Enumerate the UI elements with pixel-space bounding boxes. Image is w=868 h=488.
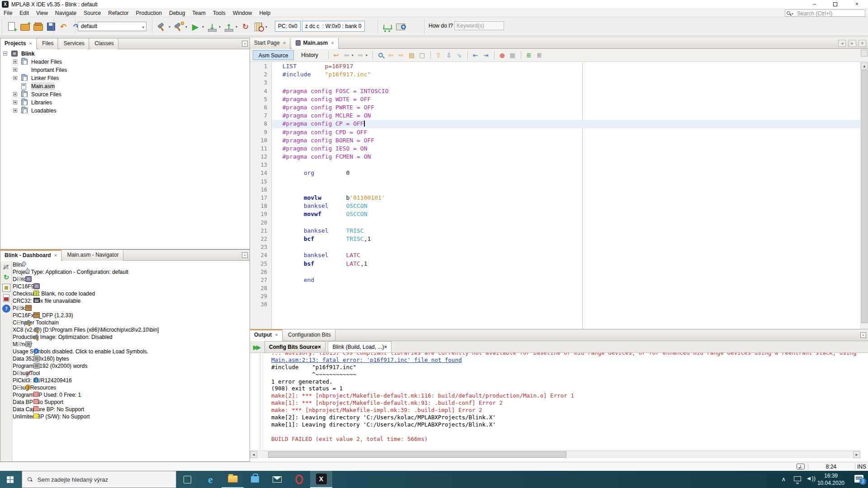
last-edit-icon[interactable]: ↩ [331,50,341,60]
scroll-right-icon[interactable]: ► [853,451,860,458]
tree-item[interactable]: Important Files [0,66,250,74]
tab-list-icon[interactable]: ▼ [859,40,866,47]
expand-icon[interactable] [13,76,17,80]
collapse-icon[interactable] [17,320,21,324]
tab-classes[interactable]: Classes [90,38,118,49]
maximize-button[interactable] [825,0,845,9]
find-icon[interactable] [376,50,386,60]
dashboard-item[interactable]: Debug Resources [13,384,250,391]
menu-edit[interactable]: Edit [16,9,33,17]
tree-item[interactable]: Blink [0,50,250,58]
ide-window-icon[interactable] [2,284,10,292]
dashboard-item[interactable]: Debug Tool [13,370,250,377]
read-device-icon[interactable]: ↑ [223,21,235,33]
project-properties-icon[interactable] [2,263,10,271]
menu-team[interactable]: Team [189,9,209,17]
menu-help[interactable]: Help [255,9,274,17]
shift-right-icon[interactable]: ⇥ [481,50,491,60]
tree-item[interactable]: Source Files [0,90,250,99]
dashboard-item[interactable]: XC8 (v2.10) [D:\Program Files (x86)\Micr… [13,326,250,333]
menu-navigate[interactable]: Navigate [52,9,80,17]
volume-icon[interactable]: ◄)) [806,475,816,482]
menu-refactor[interactable]: Refactor [104,9,132,17]
close-icon[interactable]: × [54,253,57,258]
scroll-up-icon[interactable]: ▲ [861,62,868,70]
refresh-status-icon[interactable]: ↻ [2,273,10,282]
run-project-icon[interactable]: ▶ [189,21,201,33]
close-button[interactable]: × [847,0,867,9]
close-icon[interactable]: × [29,41,32,46]
menu-view[interactable]: View [33,9,52,17]
tray-chevron-up-icon[interactable]: ∧ [781,476,786,483]
collapse-icon[interactable] [17,371,21,375]
tab-build-output[interactable]: Blink (Build, Load, ...)× [328,341,392,352]
tab-start-page[interactable]: Start Page× [250,38,290,49]
close-icon[interactable]: × [283,40,286,46]
expand-icon[interactable] [13,60,17,64]
dashboard-item[interactable]: Production Image: Optimization: Disabled [13,333,250,341]
quick-search-input[interactable]: ▾ Search (Ctrl+I) [785,9,865,17]
output-horizontal-scrollbar[interactable]: ◄ ► [250,450,860,458]
chevron-down-icon[interactable]: ▾ [219,25,221,29]
open-project-icon[interactable] [32,21,44,33]
expand-icon[interactable] [13,92,17,96]
program-device-icon[interactable]: ↓ [206,21,218,33]
chevron-down-icon[interactable]: ▾ [185,25,187,29]
chevron-down-icon[interactable]: ▾ [352,53,354,57]
expand-icon[interactable] [13,108,17,113]
taskbar-app-opera[interactable] [288,471,310,488]
tab-projects[interactable]: Projects× [0,38,37,49]
taskbar-app-mplab[interactable]: X [310,471,332,488]
notification-bubble-icon[interactable]: 1 [797,464,805,469]
tab-services[interactable]: Services [60,38,89,49]
dashboard-item[interactable]: Data 352 (0x160) bytes [13,355,250,362]
refresh-debug-icon[interactable]: ↻ [240,21,251,33]
previous-occurrence-icon[interactable]: ⇧ [434,50,443,60]
dashboard-item[interactable]: Program BP Used: 0 Free: 1 [13,391,250,399]
dashboard-item[interactable]: Blink [13,261,250,268]
chevron-down-icon[interactable]: ▾ [236,25,237,29]
minimize-group-button[interactable] [242,41,248,47]
code-editor[interactable]: LIST p=16F917 #include "p16f917.inc" #pr… [272,62,860,357]
comment-icon[interactable]: ≣ [524,50,534,60]
collapse-icon[interactable] [17,277,21,281]
minimize-group-button[interactable] [242,252,248,258]
next-occurrence-icon[interactable]: ⇩ [444,50,454,60]
task-view-button[interactable] [176,471,198,488]
menu-debug[interactable]: Debug [165,9,189,17]
chevron-down-icon[interactable]: ▾ [366,53,368,57]
split-editor-icon[interactable] [861,50,868,56]
tab-main-asm[interactable]: Main.asm× [292,38,338,49]
dashboard-item[interactable]: iPICkit3: BUR124209416 [13,377,250,384]
history-button[interactable]: History [296,50,323,60]
tab-configuration-bits[interactable]: Configuration Bits [284,329,335,341]
configuration-select[interactable]: default ▾ [78,22,146,31]
scrollbar-thumb[interactable] [268,451,566,458]
dashboard-item[interactable]: Memory [13,341,250,348]
toggle-highlight-icon[interactable]: ▤ [407,50,417,60]
editor-vertical-scrollbar[interactable]: ▲ ▼ [860,62,868,357]
dashboard-item[interactable]: Program 8 192 (0x2000) words [13,362,250,370]
asm-source-button[interactable]: Asm Source [253,50,294,60]
chevron-down-icon[interactable]: ▾ [265,25,267,29]
collapse-icon[interactable] [17,342,21,346]
menu-file[interactable]: File [0,9,16,17]
close-icon[interactable]: × [275,332,278,338]
menu-tools[interactable]: Tools [209,9,229,17]
build-output-console[interactable]: ... advisory: (2015) C99 compliant libra… [250,353,860,450]
rectangular-selection-icon[interactable]: ▢ [417,50,427,60]
find-next-icon[interactable]: ⇨ [396,50,406,60]
scroll-tabs-right-icon[interactable]: ► [849,40,856,47]
dashboard-item[interactable]: PIC16F917 [13,283,250,290]
minimize-group-button[interactable] [860,332,866,338]
dashboard-item[interactable]: PIC16Fxxx_DFP (1.2.33) [13,312,250,319]
menu-window[interactable]: Window [229,9,256,17]
action-center-icon[interactable]: 2 [854,475,863,483]
start-button[interactable] [0,471,22,488]
start-macro-icon[interactable]: ● [497,50,507,60]
chevron-down-icon[interactable]: ▾ [202,25,204,29]
xpress-icon[interactable] [395,21,406,33]
tree-item[interactable]: Linker Files [0,74,250,82]
clock[interactable]: 16:39 10.04.2020 [817,472,844,487]
tab-dashboard[interactable]: Blink - Dashboard× [0,250,61,261]
